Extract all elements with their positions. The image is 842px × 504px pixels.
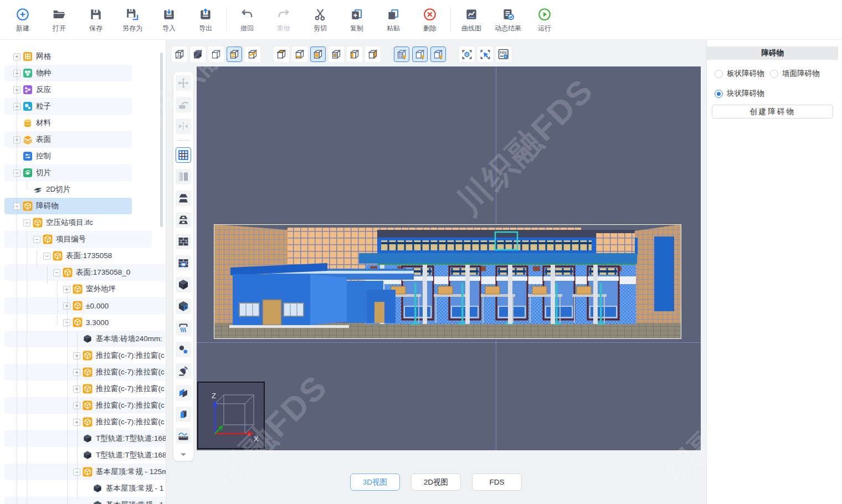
view-mode-cube-light-open[interactable] (412, 47, 428, 62)
tree-item[interactable]: +2D切片 (4, 181, 142, 198)
radio-block-obstacle[interactable]: 块状障碍物 (715, 89, 764, 99)
tool-ruler-wave[interactable] (176, 428, 191, 444)
tree-expander-expand[interactable]: + (73, 385, 80, 393)
tree-item[interactable]: −表面:1735058_0 (4, 264, 166, 281)
navigation-axis-cube[interactable]: Z X (197, 382, 265, 449)
tree-expander-expand[interactable]: + (73, 419, 80, 426)
tree-expander-collapse[interactable]: − (33, 236, 40, 243)
tool-brick-window[interactable] (176, 255, 191, 271)
tree-item[interactable]: +材料 (4, 115, 132, 131)
tree-expander-expand[interactable]: + (13, 53, 20, 60)
tool-cube-face[interactable] (176, 299, 191, 314)
view-mode-cube-solid[interactable] (190, 47, 206, 62)
tree-item[interactable]: +网格 (4, 48, 132, 65)
toolbar-button-save-as[interactable]: 另存为 (114, 7, 151, 33)
tree-item[interactable]: +基本屋顶:常规 - 1 (4, 497, 166, 504)
tree-item[interactable]: +±0.000 (4, 297, 166, 314)
toolbar-button-dynamic-result[interactable]: 动态结果 (490, 7, 526, 33)
toolbar-button-paste[interactable]: 粘贴 (375, 7, 412, 33)
tree-item[interactable]: +推拉窗(c-7):推拉窗(c (4, 347, 166, 364)
view-mode-cube-face-bottom[interactable] (292, 47, 307, 62)
view-mode-select-cursor[interactable] (478, 47, 493, 62)
toolbar-button-chart[interactable]: 曲线图 (453, 7, 490, 33)
view-mode-cube-face-middle[interactable] (328, 47, 344, 62)
view-mode-cube-slice[interactable] (245, 47, 260, 62)
toolbar-button-copy[interactable]: 复制 (338, 7, 375, 33)
tool-trapezoid-holes[interactable] (176, 212, 191, 228)
tree-expander-expand[interactable]: + (13, 103, 20, 110)
tree-item[interactable]: +推拉窗(c-7):推拉窗(c (4, 397, 166, 414)
tree-item[interactable]: −切片 (4, 164, 132, 181)
tree-expander-collapse[interactable]: − (43, 253, 50, 260)
tree-expander-expand[interactable]: + (73, 369, 80, 376)
tool-box[interactable] (176, 407, 191, 422)
tree-item[interactable]: +推拉窗(c-7):推拉窗(c (4, 380, 166, 397)
tree-item[interactable]: +表面 (4, 131, 132, 148)
tab-3d-view[interactable]: 3D视图 (350, 474, 400, 491)
toolbar-button-open[interactable]: 打开 (41, 7, 78, 33)
view-mode-fds-export[interactable]: FDS (496, 47, 511, 62)
tree-item[interactable]: +推拉窗(c-7):推拉窗(c (4, 364, 166, 380)
radio-unchecked-icon[interactable] (770, 70, 778, 78)
tree-item[interactable]: +T型轨道:T型轨道:168 (4, 430, 166, 447)
tool-slices[interactable] (176, 385, 191, 400)
tool-strip-scroll-down[interactable] (176, 450, 191, 459)
view-mode-focus[interactable] (459, 47, 475, 62)
tree-expander-collapse[interactable]: − (23, 219, 30, 227)
tool-particles[interactable] (176, 342, 191, 357)
tree-item[interactable]: +室外地坪 (4, 281, 166, 297)
radio-plate-obstacle[interactable]: 板状障碍物 (715, 69, 764, 79)
tree-expander-collapse[interactable]: − (13, 169, 20, 177)
view-mode-cube-face-left[interactable] (347, 47, 362, 62)
tree-expander-expand[interactable]: + (13, 86, 20, 94)
tree-item[interactable]: +基本屋顶:常规 - 1 (4, 480, 166, 497)
tree-item[interactable]: +控制 (4, 148, 132, 164)
toolbar-button-export[interactable]: 导出 (187, 7, 224, 33)
tree-item[interactable]: +基本墙:砖墙240mm: (4, 331, 166, 347)
toolbar-button-delete[interactable]: 删除 (412, 7, 448, 33)
tree-expander-collapse[interactable]: − (53, 269, 60, 276)
view-mode-cube-light-grid[interactable] (394, 47, 409, 62)
3d-viewport[interactable]: Z X (197, 66, 701, 450)
tree-expander-expand[interactable]: + (63, 302, 70, 310)
toolbar-button-new[interactable]: 新建 (4, 7, 41, 33)
tab-fds[interactable]: FDS (472, 474, 522, 491)
view-mode-cube-face-right[interactable] (365, 47, 381, 62)
tree-item[interactable]: +反应 (4, 81, 132, 98)
tool-grid-tool[interactable] (176, 147, 191, 163)
tool-trapezoid[interactable] (176, 191, 191, 206)
tree-item[interactable]: +T型轨道:T型轨道:168 (4, 447, 166, 464)
tab-2d-view[interactable]: 2D视图 (411, 474, 461, 491)
toolbar-button-save[interactable]: 保存 (78, 7, 114, 33)
tree-item[interactable]: −项目编号 (4, 231, 152, 248)
tool-grid-ruler[interactable] (176, 169, 191, 184)
tree-expander-expand[interactable]: + (73, 352, 80, 359)
tree-expander-collapse[interactable]: − (63, 319, 70, 326)
tree-expander-expand[interactable]: + (73, 402, 80, 409)
tree-expander-collapse[interactable]: − (13, 203, 20, 210)
view-mode-cube-layers[interactable] (227, 47, 242, 62)
tool-satellite-dish[interactable] (176, 363, 191, 379)
tree-expander-collapse[interactable]: − (73, 469, 80, 476)
view-mode-cube-open[interactable] (208, 47, 224, 62)
sidebar-scrollbar[interactable] (160, 53, 163, 227)
building-model[interactable] (214, 224, 681, 339)
tree-expander-expand[interactable]: + (13, 70, 20, 77)
toolbar-button-cut[interactable]: 剪切 (302, 7, 338, 33)
view-mode-cube-light[interactable] (430, 47, 446, 62)
toolbar-button-import[interactable]: 导入 (151, 7, 187, 33)
toolbar-button-undo[interactable]: 撤回 (229, 7, 265, 33)
tree-item[interactable]: +推拉窗(c-7):推拉窗(c (4, 414, 166, 430)
view-mode-cube-face-top[interactable] (274, 47, 289, 62)
tool-brick-wall[interactable] (176, 234, 191, 249)
create-obstacle-button[interactable]: 创建障碍物 (712, 105, 833, 119)
tree-item[interactable]: −空压站项目.ifc (4, 214, 142, 231)
tree-item[interactable]: −3.3000 (4, 314, 166, 331)
view-mode-cube-wire[interactable] (172, 47, 187, 62)
radio-checked-icon[interactable] (715, 90, 723, 98)
tree-item[interactable]: +物种 (4, 65, 132, 81)
view-mode-cube-face-front[interactable] (310, 47, 326, 62)
radio-wall-obstacle[interactable]: 墙面障碍物 (770, 69, 820, 79)
tree-item[interactable]: −基本屋顶:常规 - 125m (4, 464, 166, 480)
tool-vent[interactable] (176, 320, 191, 336)
